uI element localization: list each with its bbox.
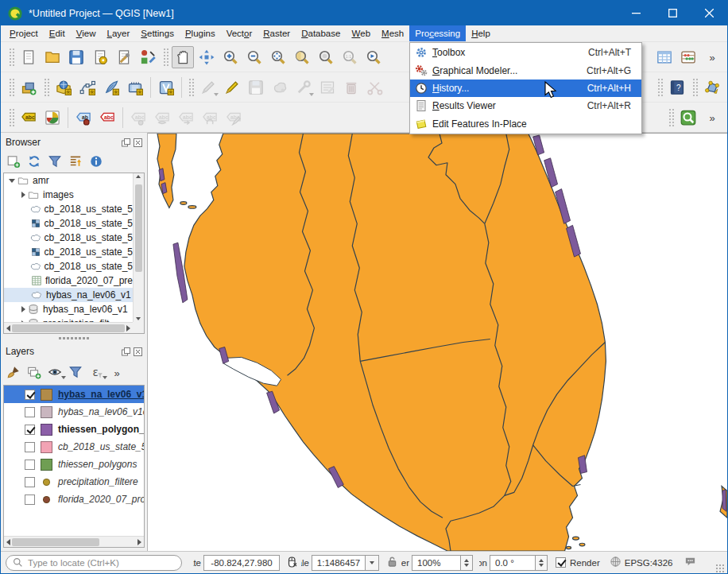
digitize-with-segment-button[interactable] xyxy=(269,76,291,99)
scale-box[interactable]: 1:1486457 xyxy=(312,555,366,571)
rotate-label-button[interactable]: abc xyxy=(199,107,221,129)
browser-item-cb_2018_us_state_5[interactable]: cb_2018_us_state_5 xyxy=(4,231,133,245)
menu-processing[interactable]: Processing xyxy=(409,25,466,41)
zoom-out-button[interactable] xyxy=(243,46,265,68)
maximize-button[interactable] xyxy=(654,1,691,25)
scroll-thumb[interactable] xyxy=(135,184,142,272)
browser-item-cb_2018_us_state_5[interactable]: cb_2018_us_state_5 xyxy=(4,216,133,231)
new-virtual-layer-button[interactable] xyxy=(155,76,177,99)
statistical-summary-button[interactable] xyxy=(677,46,699,68)
coordinate-box[interactable]: -80.824,27.980 xyxy=(203,555,280,571)
pan-map-button[interactable] xyxy=(172,46,194,68)
layer-visibility-checkbox[interactable] xyxy=(25,442,35,452)
add-selected-layers-button[interactable] xyxy=(6,154,21,170)
scroll-down-arrow[interactable] xyxy=(136,317,141,320)
scale-dropdown-button[interactable] xyxy=(366,555,379,571)
filter-browser-button[interactable] xyxy=(47,154,63,170)
toolbar-grip[interactable] xyxy=(8,107,14,128)
tree-expander-icon[interactable] xyxy=(21,306,25,312)
layer-item-hybas_na_lev06_v1c[interactable]: hybas_na_lev06_v1c xyxy=(4,403,144,421)
select-features-by-value-button[interactable] xyxy=(677,107,699,129)
toolbar-grip[interactable] xyxy=(691,77,698,98)
layer-item-thiessen_polygon_cli[interactable]: thiessen_polygon_cli xyxy=(4,421,144,438)
delete-selected-button[interactable] xyxy=(340,76,362,99)
show-hidden-labels-button[interactable]: abc xyxy=(151,107,173,129)
map-canvas[interactable] xyxy=(148,133,727,551)
scroll-right-arrow[interactable] xyxy=(126,325,130,332)
layer-item-florida_2020_07_pro[interactable]: florida_2020_07_pro xyxy=(4,491,144,508)
menu-database[interactable]: Database xyxy=(296,25,346,41)
menu-help[interactable]: Help xyxy=(466,25,496,41)
collapse-all-button[interactable] xyxy=(68,154,83,170)
save-project-button[interactable] xyxy=(65,46,87,68)
browser-item-cb_2018_us_state_5[interactable]: cb_2018_us_state_5 xyxy=(4,245,133,259)
scroll-up-arrow[interactable] xyxy=(136,175,141,178)
menu-view[interactable]: View xyxy=(71,25,102,41)
messages-bubble-icon[interactable] xyxy=(683,556,697,569)
style-manager-button[interactable] xyxy=(137,46,159,68)
browser-item-hybas_na_lev06_v1[interactable]: hybas_na_lev06_v1 xyxy=(4,288,133,302)
menu-vector[interactable]: Vector xyxy=(221,25,258,41)
browser-item-florida_2020_07_pre[interactable]: florida_2020_07_pre xyxy=(4,273,133,288)
layer-visibility-checkbox[interactable] xyxy=(25,477,35,487)
menu-item-history[interactable]: History...Ctrl+Alt+H xyxy=(410,80,641,97)
toolbar-overflow-button[interactable]: » xyxy=(701,107,723,129)
highlight-labels-button[interactable]: abc xyxy=(96,107,118,129)
toolbar-grip[interactable] xyxy=(668,107,674,128)
layer-labeling-button[interactable]: abc xyxy=(17,107,40,129)
rotation-box[interactable]: 0.0 ° xyxy=(490,555,536,571)
browser-item-amr[interactable]: amr xyxy=(4,173,133,188)
menu-mesh[interactable]: Mesh xyxy=(376,25,409,41)
layer-visibility-checkbox[interactable] xyxy=(25,407,35,417)
magnifier-box[interactable]: 100% xyxy=(412,555,461,571)
help-contents-button[interactable]: ? xyxy=(666,76,688,99)
menu-plugins[interactable]: Plugins xyxy=(180,25,221,41)
modify-attributes-button[interactable] xyxy=(316,76,339,99)
browser-item-cb_2018_us_state_5[interactable]: cb_2018_us_state_5 xyxy=(4,259,133,273)
menu-item-toolbox[interactable]: ToolboxCtrl+Alt+T xyxy=(410,44,641,61)
browser-item-hybas_na_lev06_v1[interactable]: hybas_na_lev06_v1 xyxy=(4,302,133,316)
refresh-button[interactable] xyxy=(26,154,42,170)
browser-item-precipitation_filt[interactable]: precipitation_filt xyxy=(4,316,133,322)
menu-raster[interactable]: Raster xyxy=(258,25,296,41)
layer-item-hybas_na_lev06_v1c[interactable]: hybas_na_lev06_v1c xyxy=(4,386,144,403)
enable-properties-widget-button[interactable] xyxy=(88,154,104,170)
layer-visibility-checkbox[interactable] xyxy=(25,390,35,400)
pan-to-selection-button[interactable] xyxy=(196,46,218,68)
open-attribute-table-button[interactable] xyxy=(653,46,676,68)
zoom-to-selection-button[interactable] xyxy=(291,46,313,68)
browser-item-cb_2018_us_state_5[interactable]: cb_2018_us_state_5 xyxy=(4,202,133,216)
resize-grip[interactable] xyxy=(715,564,725,573)
toolbar-grip[interactable] xyxy=(43,77,49,98)
scroll-left-arrow[interactable] xyxy=(6,539,10,545)
browser-horizontal-scrollbar[interactable] xyxy=(4,322,133,333)
layer-visibility-checkbox[interactable] xyxy=(25,494,35,505)
new-spatialite-layer-button[interactable] xyxy=(100,76,122,99)
layers-close-button[interactable] xyxy=(134,347,142,356)
dock-splitter[interactable] xyxy=(1,334,147,342)
tree-expander-icon[interactable] xyxy=(9,179,15,183)
scroll-thumb[interactable] xyxy=(12,324,125,332)
panel-overflow-button[interactable]: » xyxy=(109,365,125,381)
menu-edit[interactable]: Edit xyxy=(44,25,71,41)
add-group-button[interactable] xyxy=(26,365,42,381)
zoom-last-button[interactable] xyxy=(362,46,385,68)
pin-labels-button[interactable]: ab xyxy=(72,107,95,129)
toolbar-grip[interactable] xyxy=(188,77,194,98)
current-edits-button[interactable] xyxy=(197,76,219,99)
filter-legend-button[interactable] xyxy=(68,365,83,381)
new-print-layout-button[interactable] xyxy=(89,46,111,68)
minimize-button[interactable] xyxy=(618,1,654,25)
layer-item-cb_2018_us_state_50[interactable]: cb_2018_us_state_50 xyxy=(4,438,144,456)
globe-crs-icon[interactable] xyxy=(610,556,622,569)
crs-status[interactable]: EPSG:4326 xyxy=(625,558,673,568)
layer-visibility-checkbox[interactable] xyxy=(25,460,35,470)
zoom-to-layer-button[interactable] xyxy=(315,46,337,68)
check-geometries-button[interactable] xyxy=(701,76,723,99)
layers-float-button[interactable] xyxy=(122,347,130,356)
menu-project[interactable]: Project xyxy=(4,25,44,41)
layer-visibility-checkbox[interactable] xyxy=(25,425,35,435)
browser-vertical-scrollbar[interactable] xyxy=(133,173,144,322)
tree-expander-icon[interactable] xyxy=(21,192,25,198)
scroll-left-arrow[interactable] xyxy=(6,325,10,332)
